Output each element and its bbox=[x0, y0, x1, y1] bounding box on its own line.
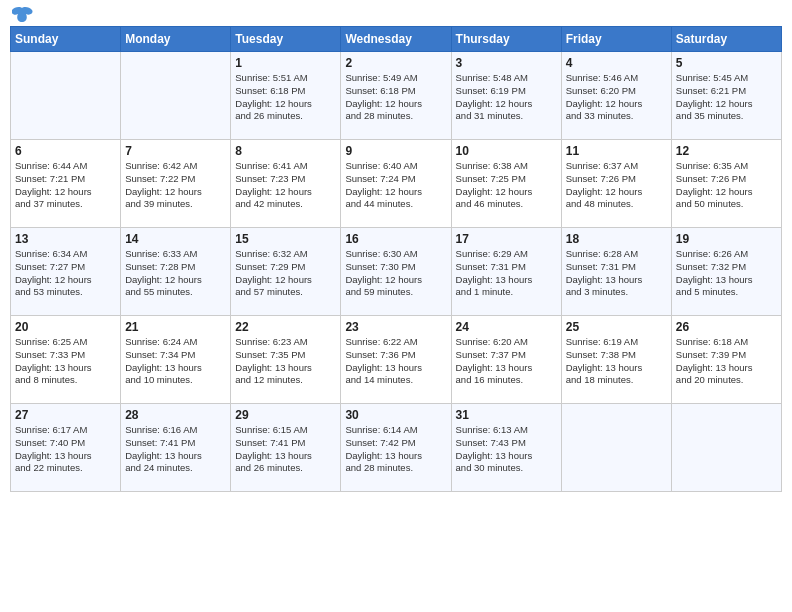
day-number: 27 bbox=[15, 408, 116, 422]
day-number: 7 bbox=[125, 144, 226, 158]
day-number: 24 bbox=[456, 320, 557, 334]
page-header bbox=[10, 10, 782, 18]
calendar-week-row: 1Sunrise: 5:51 AM Sunset: 6:18 PM Daylig… bbox=[11, 52, 782, 140]
day-number: 5 bbox=[676, 56, 777, 70]
day-number: 11 bbox=[566, 144, 667, 158]
day-number: 10 bbox=[456, 144, 557, 158]
cell-info: Sunrise: 5:45 AM Sunset: 6:21 PM Dayligh… bbox=[676, 72, 777, 123]
cell-info: Sunrise: 6:20 AM Sunset: 7:37 PM Dayligh… bbox=[456, 336, 557, 387]
weekday-header-wednesday: Wednesday bbox=[341, 27, 451, 52]
day-number: 8 bbox=[235, 144, 336, 158]
calendar-body: 1Sunrise: 5:51 AM Sunset: 6:18 PM Daylig… bbox=[11, 52, 782, 492]
cell-info: Sunrise: 6:30 AM Sunset: 7:30 PM Dayligh… bbox=[345, 248, 446, 299]
calendar-table: SundayMondayTuesdayWednesdayThursdayFrid… bbox=[10, 26, 782, 492]
calendar-cell: 22Sunrise: 6:23 AM Sunset: 7:35 PM Dayli… bbox=[231, 316, 341, 404]
day-number: 14 bbox=[125, 232, 226, 246]
calendar-cell: 18Sunrise: 6:28 AM Sunset: 7:31 PM Dayli… bbox=[561, 228, 671, 316]
calendar-cell: 25Sunrise: 6:19 AM Sunset: 7:38 PM Dayli… bbox=[561, 316, 671, 404]
calendar-cell bbox=[671, 404, 781, 492]
day-number: 31 bbox=[456, 408, 557, 422]
day-number: 9 bbox=[345, 144, 446, 158]
day-number: 26 bbox=[676, 320, 777, 334]
weekday-header-friday: Friday bbox=[561, 27, 671, 52]
calendar-cell: 28Sunrise: 6:16 AM Sunset: 7:41 PM Dayli… bbox=[121, 404, 231, 492]
cell-info: Sunrise: 6:44 AM Sunset: 7:21 PM Dayligh… bbox=[15, 160, 116, 211]
calendar-week-row: 6Sunrise: 6:44 AM Sunset: 7:21 PM Daylig… bbox=[11, 140, 782, 228]
weekday-header-thursday: Thursday bbox=[451, 27, 561, 52]
calendar-cell: 5Sunrise: 5:45 AM Sunset: 6:21 PM Daylig… bbox=[671, 52, 781, 140]
cell-info: Sunrise: 6:42 AM Sunset: 7:22 PM Dayligh… bbox=[125, 160, 226, 211]
day-number: 22 bbox=[235, 320, 336, 334]
weekday-header-monday: Monday bbox=[121, 27, 231, 52]
cell-info: Sunrise: 6:14 AM Sunset: 7:42 PM Dayligh… bbox=[345, 424, 446, 475]
calendar-cell: 2Sunrise: 5:49 AM Sunset: 6:18 PM Daylig… bbox=[341, 52, 451, 140]
calendar-cell: 19Sunrise: 6:26 AM Sunset: 7:32 PM Dayli… bbox=[671, 228, 781, 316]
cell-info: Sunrise: 5:49 AM Sunset: 6:18 PM Dayligh… bbox=[345, 72, 446, 123]
cell-info: Sunrise: 6:33 AM Sunset: 7:28 PM Dayligh… bbox=[125, 248, 226, 299]
weekday-header-tuesday: Tuesday bbox=[231, 27, 341, 52]
day-number: 18 bbox=[566, 232, 667, 246]
cell-info: Sunrise: 6:29 AM Sunset: 7:31 PM Dayligh… bbox=[456, 248, 557, 299]
cell-info: Sunrise: 6:24 AM Sunset: 7:34 PM Dayligh… bbox=[125, 336, 226, 387]
cell-info: Sunrise: 5:51 AM Sunset: 6:18 PM Dayligh… bbox=[235, 72, 336, 123]
cell-info: Sunrise: 6:13 AM Sunset: 7:43 PM Dayligh… bbox=[456, 424, 557, 475]
cell-info: Sunrise: 6:41 AM Sunset: 7:23 PM Dayligh… bbox=[235, 160, 336, 211]
calendar-cell: 31Sunrise: 6:13 AM Sunset: 7:43 PM Dayli… bbox=[451, 404, 561, 492]
cell-info: Sunrise: 6:17 AM Sunset: 7:40 PM Dayligh… bbox=[15, 424, 116, 475]
cell-info: Sunrise: 6:16 AM Sunset: 7:41 PM Dayligh… bbox=[125, 424, 226, 475]
day-number: 19 bbox=[676, 232, 777, 246]
cell-info: Sunrise: 6:40 AM Sunset: 7:24 PM Dayligh… bbox=[345, 160, 446, 211]
calendar-cell: 27Sunrise: 6:17 AM Sunset: 7:40 PM Dayli… bbox=[11, 404, 121, 492]
calendar-cell: 7Sunrise: 6:42 AM Sunset: 7:22 PM Daylig… bbox=[121, 140, 231, 228]
calendar-cell: 3Sunrise: 5:48 AM Sunset: 6:19 PM Daylig… bbox=[451, 52, 561, 140]
day-number: 23 bbox=[345, 320, 446, 334]
cell-info: Sunrise: 6:32 AM Sunset: 7:29 PM Dayligh… bbox=[235, 248, 336, 299]
calendar-cell: 24Sunrise: 6:20 AM Sunset: 7:37 PM Dayli… bbox=[451, 316, 561, 404]
calendar-cell: 13Sunrise: 6:34 AM Sunset: 7:27 PM Dayli… bbox=[11, 228, 121, 316]
day-number: 15 bbox=[235, 232, 336, 246]
cell-info: Sunrise: 5:46 AM Sunset: 6:20 PM Dayligh… bbox=[566, 72, 667, 123]
cell-info: Sunrise: 6:38 AM Sunset: 7:25 PM Dayligh… bbox=[456, 160, 557, 211]
day-number: 28 bbox=[125, 408, 226, 422]
calendar-cell: 8Sunrise: 6:41 AM Sunset: 7:23 PM Daylig… bbox=[231, 140, 341, 228]
calendar-cell: 11Sunrise: 6:37 AM Sunset: 7:26 PM Dayli… bbox=[561, 140, 671, 228]
calendar-cell: 10Sunrise: 6:38 AM Sunset: 7:25 PM Dayli… bbox=[451, 140, 561, 228]
weekday-header-sunday: Sunday bbox=[11, 27, 121, 52]
day-number: 30 bbox=[345, 408, 446, 422]
cell-info: Sunrise: 6:34 AM Sunset: 7:27 PM Dayligh… bbox=[15, 248, 116, 299]
cell-info: Sunrise: 6:19 AM Sunset: 7:38 PM Dayligh… bbox=[566, 336, 667, 387]
day-number: 4 bbox=[566, 56, 667, 70]
day-number: 2 bbox=[345, 56, 446, 70]
calendar-cell: 1Sunrise: 5:51 AM Sunset: 6:18 PM Daylig… bbox=[231, 52, 341, 140]
day-number: 13 bbox=[15, 232, 116, 246]
cell-info: Sunrise: 6:18 AM Sunset: 7:39 PM Dayligh… bbox=[676, 336, 777, 387]
day-number: 12 bbox=[676, 144, 777, 158]
calendar-cell: 12Sunrise: 6:35 AM Sunset: 7:26 PM Dayli… bbox=[671, 140, 781, 228]
calendar-cell bbox=[121, 52, 231, 140]
cell-info: Sunrise: 6:22 AM Sunset: 7:36 PM Dayligh… bbox=[345, 336, 446, 387]
day-number: 25 bbox=[566, 320, 667, 334]
calendar-cell: 23Sunrise: 6:22 AM Sunset: 7:36 PM Dayli… bbox=[341, 316, 451, 404]
calendar-cell: 26Sunrise: 6:18 AM Sunset: 7:39 PM Dayli… bbox=[671, 316, 781, 404]
weekday-header-row: SundayMondayTuesdayWednesdayThursdayFrid… bbox=[11, 27, 782, 52]
cell-info: Sunrise: 6:23 AM Sunset: 7:35 PM Dayligh… bbox=[235, 336, 336, 387]
calendar-header: SundayMondayTuesdayWednesdayThursdayFrid… bbox=[11, 27, 782, 52]
calendar-week-row: 27Sunrise: 6:17 AM Sunset: 7:40 PM Dayli… bbox=[11, 404, 782, 492]
day-number: 29 bbox=[235, 408, 336, 422]
day-number: 6 bbox=[15, 144, 116, 158]
cell-info: Sunrise: 6:28 AM Sunset: 7:31 PM Dayligh… bbox=[566, 248, 667, 299]
calendar-cell: 30Sunrise: 6:14 AM Sunset: 7:42 PM Dayli… bbox=[341, 404, 451, 492]
calendar-cell: 16Sunrise: 6:30 AM Sunset: 7:30 PM Dayli… bbox=[341, 228, 451, 316]
day-number: 21 bbox=[125, 320, 226, 334]
cell-info: Sunrise: 6:37 AM Sunset: 7:26 PM Dayligh… bbox=[566, 160, 667, 211]
calendar-cell: 4Sunrise: 5:46 AM Sunset: 6:20 PM Daylig… bbox=[561, 52, 671, 140]
day-number: 20 bbox=[15, 320, 116, 334]
cell-info: Sunrise: 6:26 AM Sunset: 7:32 PM Dayligh… bbox=[676, 248, 777, 299]
calendar-week-row: 20Sunrise: 6:25 AM Sunset: 7:33 PM Dayli… bbox=[11, 316, 782, 404]
calendar-cell: 14Sunrise: 6:33 AM Sunset: 7:28 PM Dayli… bbox=[121, 228, 231, 316]
cell-info: Sunrise: 5:48 AM Sunset: 6:19 PM Dayligh… bbox=[456, 72, 557, 123]
calendar-cell: 6Sunrise: 6:44 AM Sunset: 7:21 PM Daylig… bbox=[11, 140, 121, 228]
day-number: 16 bbox=[345, 232, 446, 246]
day-number: 17 bbox=[456, 232, 557, 246]
day-number: 1 bbox=[235, 56, 336, 70]
